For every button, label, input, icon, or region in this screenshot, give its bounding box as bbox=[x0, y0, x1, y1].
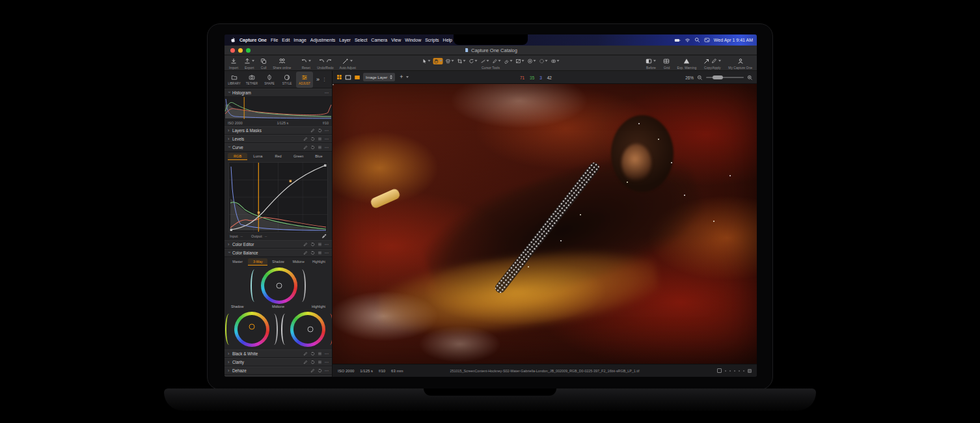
search-icon[interactable] bbox=[694, 37, 700, 43]
color-editor-presets-icon[interactable] bbox=[318, 242, 322, 247]
shadow-lightness-slider[interactable] bbox=[270, 314, 278, 345]
levels-panel-header[interactable]: › Levels ⋯ bbox=[225, 135, 332, 143]
menu-capture-one[interactable]: Capture One bbox=[239, 38, 267, 42]
star-rating-dot[interactable] bbox=[743, 370, 744, 372]
tab-library[interactable]: LIBRARY bbox=[226, 72, 243, 88]
levels-presets-icon[interactable] bbox=[318, 137, 322, 141]
add-layer-icon[interactable]: + bbox=[400, 74, 403, 80]
cull-button[interactable]: Cull bbox=[260, 57, 267, 70]
clarity-presets-icon[interactable] bbox=[318, 360, 322, 364]
cursor-tool-heal-icon[interactable] bbox=[539, 58, 549, 64]
apple-menu-icon[interactable] bbox=[230, 37, 236, 43]
layers-reset-icon[interactable] bbox=[318, 128, 322, 133]
curve-panel-header[interactable]: › Curve ⋯ bbox=[225, 143, 332, 152]
clarity-edit-icon[interactable] bbox=[303, 360, 308, 364]
levels-more-icon[interactable]: ⋯ bbox=[325, 137, 329, 141]
cb-tab-highlight[interactable]: Highlight bbox=[309, 258, 329, 266]
curve-tab-luma[interactable]: Luma bbox=[248, 153, 267, 160]
color-editor-reset-icon[interactable] bbox=[310, 242, 315, 247]
exposure-warning-button[interactable]: Exp. Warning bbox=[677, 57, 696, 70]
curve-tab-green[interactable]: Green bbox=[289, 153, 308, 160]
menu-scripts[interactable]: Scripts bbox=[425, 38, 439, 42]
black-white-edit-icon[interactable] bbox=[303, 351, 308, 356]
midtone-color-wheel[interactable] bbox=[261, 267, 297, 304]
layers-masks-panel-header[interactable]: › Layers & Masks ⋯ bbox=[225, 126, 332, 135]
shadow-color-wheel[interactable] bbox=[234, 312, 269, 347]
menu-view[interactable]: View bbox=[391, 38, 401, 42]
proof-view-icon[interactable] bbox=[354, 74, 361, 81]
cursor-tool-clone-icon[interactable] bbox=[551, 58, 560, 64]
black-white-presets-icon[interactable] bbox=[318, 351, 322, 356]
levels-edit-icon[interactable] bbox=[303, 137, 308, 141]
black-white-reset-icon[interactable] bbox=[310, 351, 315, 356]
cb-tab-master[interactable]: Master bbox=[228, 258, 247, 266]
share-online-button[interactable]: Share online bbox=[273, 57, 291, 70]
menu-layer[interactable]: Layer bbox=[339, 38, 351, 42]
clarity-reset-icon[interactable] bbox=[310, 360, 315, 364]
minimize-window-button[interactable] bbox=[238, 48, 243, 53]
reset-button[interactable]: Reset bbox=[301, 57, 311, 70]
before-button[interactable]: Before bbox=[646, 57, 656, 70]
star-rating-dot[interactable] bbox=[739, 370, 740, 372]
star-rating-dot[interactable] bbox=[725, 370, 726, 372]
photo-canvas[interactable] bbox=[333, 84, 757, 364]
midtone-lightness-slider[interactable] bbox=[298, 269, 306, 302]
close-window-button[interactable] bbox=[230, 48, 235, 53]
layers-more-icon[interactable]: ⋯ bbox=[325, 129, 329, 133]
export-button[interactable]: Export bbox=[244, 57, 254, 70]
cursor-tool-pan-icon[interactable] bbox=[433, 58, 443, 64]
menu-edit[interactable]: Edit bbox=[282, 38, 290, 42]
color-editor-more-icon[interactable]: ⋯ bbox=[325, 243, 329, 247]
curve-more-icon[interactable]: ⋯ bbox=[325, 146, 329, 150]
dehaze-reset-icon[interactable] bbox=[318, 368, 322, 373]
dehaze-panel-header[interactable]: › Dehaze ⋯ bbox=[225, 366, 332, 375]
undo-redo-buttons[interactable]: Undo/Redo bbox=[317, 57, 333, 70]
highlight-saturation-slider[interactable] bbox=[281, 314, 289, 345]
cb-tab-shadow[interactable]: Shadow bbox=[268, 258, 288, 266]
copy-apply-button[interactable]: Copy/Apply bbox=[703, 57, 721, 70]
color-balance-reset-icon[interactable] bbox=[310, 251, 315, 255]
layer-select[interactable]: Image Layer bbox=[363, 73, 395, 81]
my-capture-one-button[interactable]: My Capture One bbox=[728, 57, 752, 70]
cursor-tool-rotate-icon[interactable] bbox=[469, 58, 478, 64]
curve-tab-red[interactable]: Red bbox=[268, 153, 288, 160]
curve-eyedropper-icon[interactable] bbox=[321, 234, 327, 239]
cursor-tool-crop-icon[interactable] bbox=[457, 58, 467, 64]
color-balance-panel-header[interactable]: › Color Balance ⋯ bbox=[225, 249, 332, 257]
auto-adjust-button[interactable]: Auto Adjust bbox=[340, 57, 356, 70]
zoom-slider[interactable] bbox=[706, 75, 744, 80]
cursor-tool-draw-mask-icon[interactable] bbox=[492, 58, 502, 64]
cursor-tool-pointer-icon[interactable] bbox=[422, 58, 431, 64]
highlight-lightness-slider[interactable] bbox=[326, 314, 333, 345]
menu-window[interactable]: Window bbox=[405, 38, 421, 42]
color-balance-edit-icon[interactable] bbox=[303, 251, 308, 255]
zoom-slider-handle[interactable] bbox=[713, 75, 723, 79]
color-tag-icon[interactable] bbox=[748, 369, 752, 373]
menu-image[interactable]: Image bbox=[293, 38, 306, 42]
add-layer-caret-icon[interactable] bbox=[406, 76, 409, 78]
levels-reset-icon[interactable] bbox=[310, 137, 315, 141]
histogram-panel-header[interactable]: › Histogram ⋯ bbox=[225, 89, 332, 97]
curve-presets-icon[interactable] bbox=[318, 145, 322, 150]
battery-icon[interactable] bbox=[674, 37, 681, 44]
color-balance-presets-icon[interactable] bbox=[318, 251, 322, 255]
star-rating-dot[interactable] bbox=[734, 370, 735, 372]
zoom-window-button[interactable] bbox=[246, 48, 251, 53]
thumbnail-grid-icon[interactable] bbox=[336, 74, 342, 80]
black-white-panel-header[interactable]: › Black & White ⋯ bbox=[225, 349, 332, 358]
menu-adjustments[interactable]: Adjustments bbox=[310, 38, 336, 42]
undo-icon[interactable] bbox=[318, 58, 325, 64]
menu-help[interactable]: Help bbox=[443, 38, 452, 42]
cursor-tool-linear-gradient-icon[interactable] bbox=[515, 58, 525, 64]
tab-style[interactable]: STYLE bbox=[279, 72, 295, 88]
import-button[interactable]: Import bbox=[229, 57, 238, 70]
vignetting-panel-header[interactable]: › Vignetting ⋯ bbox=[225, 375, 332, 377]
layers-edit-icon[interactable] bbox=[310, 128, 315, 133]
curve-reset-icon[interactable] bbox=[310, 145, 315, 150]
cb-tab-3way[interactable]: 3-Way bbox=[248, 258, 267, 266]
control-center-icon[interactable] bbox=[704, 37, 710, 43]
tab-tether[interactable]: TETHER bbox=[243, 72, 260, 88]
star-rating-dot[interactable] bbox=[729, 370, 731, 372]
color-editor-panel-header[interactable]: › Color Editor ⋯ bbox=[225, 240, 332, 249]
pick-checkbox[interactable] bbox=[717, 368, 722, 373]
